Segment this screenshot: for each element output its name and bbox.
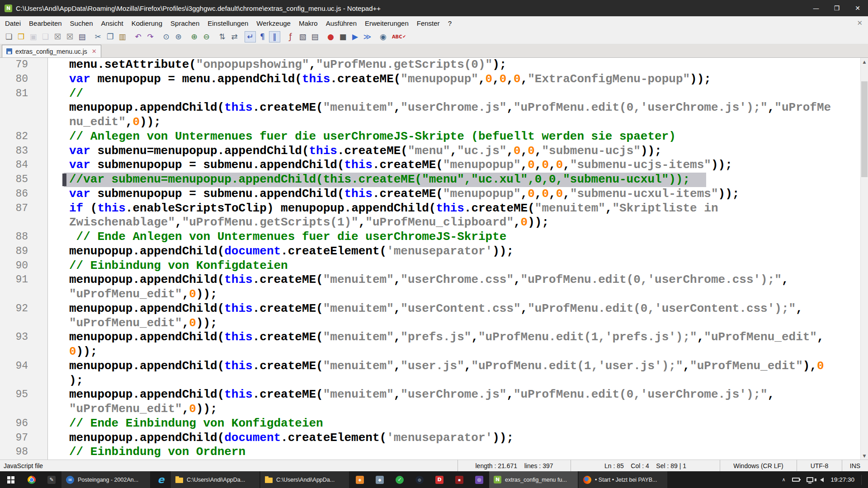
clock[interactable]: 19:27:30 bbox=[830, 476, 854, 483]
cut-icon[interactable]: ✂ bbox=[92, 31, 104, 42]
browser-app-icon[interactable] bbox=[22, 471, 42, 488]
menu-item-10[interactable]: Erweiterungen bbox=[361, 16, 413, 30]
code-area[interactable]: 79menu.setAttribute("onpopupshowing","uP… bbox=[0, 58, 868, 460]
zoom-out-icon[interactable]: ⊖ bbox=[201, 31, 212, 42]
menu-item-7[interactable]: Werkzeuge bbox=[252, 16, 295, 30]
taskbar-explorer-button-2[interactable]: C:\Users\Andi\AppDa... bbox=[260, 471, 349, 488]
menu-item-12[interactable]: ? bbox=[444, 16, 456, 30]
code-line[interactable]: 92menupopup.appendChild(this.createME("m… bbox=[0, 302, 868, 316]
code-line[interactable]: 94menupopup.appendChild(this.createME("m… bbox=[0, 359, 868, 374]
close-all-icon[interactable]: ☒ bbox=[64, 31, 75, 42]
menu-item-4[interactable]: Kodierung bbox=[127, 16, 166, 30]
app-purple-icon[interactable] bbox=[469, 471, 489, 488]
start-button[interactable] bbox=[0, 471, 22, 488]
menu-item-2[interactable]: Suchen bbox=[66, 16, 97, 30]
scroll-down-icon[interactable]: ▼ bbox=[861, 452, 868, 460]
code-line[interactable]: 97menupopup.appendChild(document.createE… bbox=[0, 431, 868, 446]
code-line[interactable]: 82// Anlegen von Untermenues fuer die us… bbox=[0, 130, 868, 144]
tab-extras-config-menu[interactable]: extras_config_menu.uc.js ✕ bbox=[2, 45, 101, 57]
code-line[interactable]: 83var submenu=menupopup.appendChild(this… bbox=[0, 144, 868, 159]
code-line[interactable]: 80var menupopup = menu.appendChild(this.… bbox=[0, 72, 868, 87]
code-line[interactable]: 93menupopup.appendChild(this.createME("m… bbox=[0, 330, 868, 345]
taskbar-firefox-button[interactable]: • Start • Jetzt bei PAYB... bbox=[579, 471, 667, 488]
code-line[interactable]: 91menupopup.appendChild(this.createME("m… bbox=[0, 273, 868, 287]
code-line[interactable]: menupopup.appendChild(this.createME("men… bbox=[0, 101, 868, 115]
taskbar-notepadpp-button[interactable]: extras_config_menu fu... bbox=[489, 471, 578, 488]
sync-horizontal-icon[interactable]: ⇄ bbox=[229, 31, 240, 42]
zoom-in-icon[interactable]: ⊕ bbox=[189, 31, 200, 42]
app-steel-icon[interactable] bbox=[370, 471, 390, 488]
sync-vertical-icon[interactable]: ⇅ bbox=[217, 31, 228, 42]
code-line[interactable]: ); bbox=[0, 374, 868, 388]
run-multiple-icon[interactable]: ≫ bbox=[362, 31, 373, 42]
show-desktop-divider[interactable] bbox=[861, 475, 862, 485]
code-line[interactable]: 89menupopup.appendChild(document.createE… bbox=[0, 244, 868, 259]
hidden-icons-chevron[interactable]: ∧ bbox=[782, 477, 785, 483]
function-list-icon[interactable]: ƒ bbox=[285, 31, 296, 42]
volume-icon[interactable] bbox=[820, 478, 824, 482]
close-file-icon[interactable]: ☒ bbox=[52, 31, 63, 42]
menu-item-5[interactable]: Sprachen bbox=[166, 16, 203, 30]
stop-macro-icon[interactable]: ■ bbox=[337, 31, 349, 42]
menu-item-11[interactable]: Fenster bbox=[413, 16, 444, 30]
paste-icon[interactable]: ▥ bbox=[117, 31, 128, 42]
tab-close-icon[interactable]: ✕ bbox=[92, 48, 97, 55]
menu-item-9[interactable]: Ausführen bbox=[322, 16, 361, 30]
code-line[interactable]: 85//var submenu=menupopup.appendChild(th… bbox=[0, 173, 868, 187]
notepadpp-icon[interactable] bbox=[5, 5, 12, 12]
undo-icon[interactable]: ↶ bbox=[132, 31, 144, 42]
menu-item-1[interactable]: Bearbeiten bbox=[25, 16, 66, 30]
print-icon[interactable]: ▤ bbox=[76, 31, 88, 42]
sketch-app-icon[interactable] bbox=[42, 471, 61, 488]
code-line[interactable]: nu_edit",0)); bbox=[0, 115, 868, 130]
menu-item-8[interactable]: Makro bbox=[295, 16, 322, 30]
restore-button[interactable]: ❐ bbox=[826, 0, 847, 16]
menubar-close-icon[interactable]: ✕ bbox=[851, 19, 868, 27]
battery-icon[interactable] bbox=[792, 478, 800, 482]
code-line[interactable]: 86var submenupopup = submenu.appendChild… bbox=[0, 187, 868, 202]
doc-map-icon[interactable]: ▧ bbox=[297, 31, 308, 42]
code-line[interactable]: "uProfMenu_edit",0)); bbox=[0, 402, 868, 417]
new-file-icon[interactable]: ❏ bbox=[3, 31, 14, 42]
spell-check-icon[interactable]: ABC bbox=[393, 31, 405, 42]
code-line[interactable]: 88 // Ende Anlegen von Untermenues fuer … bbox=[0, 230, 868, 244]
close-button[interactable]: ✕ bbox=[847, 0, 868, 16]
scrollbar-thumb[interactable] bbox=[861, 81, 868, 177]
taskbar-thunderbird-button[interactable]: Posteingang - 2002An... bbox=[61, 471, 150, 488]
menu-item-3[interactable]: Ansicht bbox=[97, 16, 127, 30]
code-line[interactable]: 0)); bbox=[0, 345, 868, 359]
show-all-chars-icon[interactable]: ¶ bbox=[257, 31, 268, 42]
security-check-icon[interactable] bbox=[390, 471, 410, 488]
play-macro-icon[interactable]: ▶ bbox=[349, 31, 361, 42]
scroll-up-icon[interactable]: ▲ bbox=[861, 58, 868, 66]
open-folder-icon[interactable]: ❒ bbox=[15, 31, 27, 42]
find-icon[interactable]: ⊙ bbox=[160, 31, 172, 42]
indent-guide-icon[interactable]: ∥ bbox=[269, 31, 280, 42]
code-line[interactable]: 95menupopup.appendChild(this.createME("m… bbox=[0, 388, 868, 402]
record-macro-icon[interactable]: ● bbox=[325, 31, 336, 42]
vertical-scrollbar[interactable]: ▲ ▼ bbox=[860, 58, 868, 460]
internet-explorer-icon[interactable] bbox=[151, 471, 171, 488]
app-dark-icon[interactable] bbox=[410, 471, 429, 488]
replace-icon[interactable]: ⊛ bbox=[173, 31, 184, 42]
minimize-button[interactable]: — bbox=[806, 0, 826, 16]
app-maroon-icon[interactable] bbox=[449, 471, 469, 488]
menu-item-6[interactable]: Einstellungen bbox=[203, 16, 252, 30]
menu-item-0[interactable]: Datei bbox=[1, 16, 25, 30]
code-line[interactable]: Zwischenablage","uProfMenu.getScripts(1)… bbox=[0, 216, 868, 230]
code-line[interactable]: 79menu.setAttribute("onpopupshowing","uP… bbox=[0, 58, 868, 72]
code-line[interactable]: "uProfMenu_edit",0)); bbox=[0, 316, 868, 331]
app-d-icon[interactable] bbox=[429, 471, 449, 488]
copy-icon[interactable]: ❐ bbox=[104, 31, 116, 42]
doc-list-icon[interactable]: ▤ bbox=[309, 31, 321, 42]
code-line[interactable]: 87if (this.enableScriptsToClip) menupopu… bbox=[0, 202, 868, 216]
code-line[interactable]: 98// Einbindung von Ordnern bbox=[0, 445, 868, 460]
word-wrap-icon[interactable]: ↵ bbox=[245, 31, 256, 42]
code-line[interactable]: 81// bbox=[0, 87, 868, 101]
code-line[interactable]: 90// Einbindung von Konfigdateien bbox=[0, 259, 868, 273]
taskbar-explorer-button-1[interactable]: C:\Users\Andi\AppDa... bbox=[171, 471, 259, 488]
code-line[interactable]: 96// Ende Einbindung von Konfigdateien bbox=[0, 417, 868, 431]
network-icon[interactable] bbox=[807, 477, 813, 482]
code-line[interactable]: "uProfMenu_edit",0)); bbox=[0, 287, 868, 302]
app-orange-icon[interactable] bbox=[350, 471, 370, 488]
